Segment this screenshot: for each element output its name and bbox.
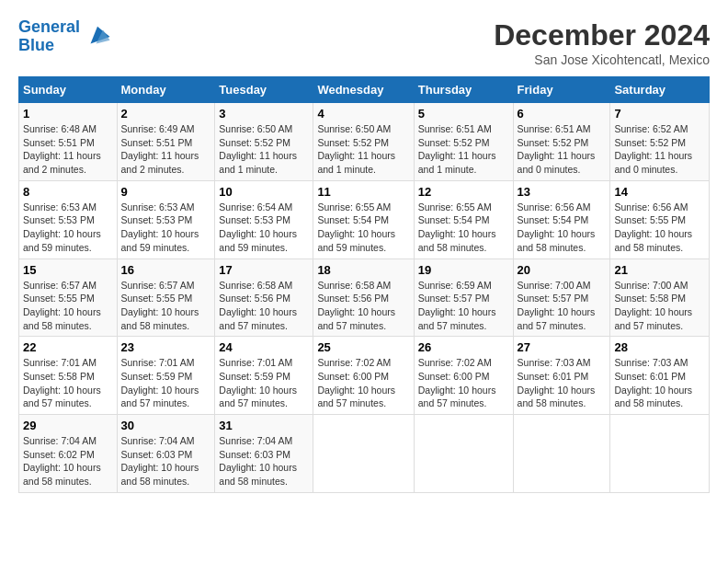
day-info: Sunrise: 6:56 AM Sunset: 5:55 PM Dayligh… [614, 201, 705, 255]
calendar-week-row: 8 Sunrise: 6:53 AM Sunset: 5:53 PM Dayli… [19, 180, 710, 259]
day-info: Sunrise: 6:59 AM Sunset: 5:57 PM Dayligh… [418, 279, 509, 333]
day-cell: 30 Sunrise: 7:04 AM Sunset: 6:03 PM Dayl… [117, 415, 215, 493]
day-number: 4 [317, 107, 409, 121]
day-cell: 13 Sunrise: 6:56 AM Sunset: 5:54 PM Dayl… [513, 180, 610, 259]
col-friday: Friday [513, 77, 610, 103]
day-number: 2 [121, 107, 211, 121]
day-cell: 23 Sunrise: 7:01 AM Sunset: 5:59 PM Dayl… [117, 337, 215, 415]
day-number: 17 [219, 263, 309, 277]
col-tuesday: Tuesday [215, 77, 313, 103]
day-cell: 18 Sunrise: 6:58 AM Sunset: 5:56 PM Dayl… [313, 259, 414, 337]
calendar-week-row: 29 Sunrise: 7:04 AM Sunset: 6:02 PM Dayl… [19, 415, 710, 493]
day-info: Sunrise: 6:56 AM Sunset: 5:54 PM Dayligh… [518, 201, 607, 255]
day-cell: 17 Sunrise: 6:58 AM Sunset: 5:56 PM Dayl… [215, 259, 313, 337]
day-info: Sunrise: 6:53 AM Sunset: 5:53 PM Dayligh… [121, 201, 211, 255]
day-info: Sunrise: 6:49 AM Sunset: 5:51 PM Dayligh… [121, 122, 211, 177]
day-info: Sunrise: 7:04 AM Sunset: 6:03 PM Dayligh… [121, 434, 211, 488]
day-number: 7 [614, 107, 705, 121]
day-cell: 15 Sunrise: 6:57 AM Sunset: 5:55 PM Dayl… [19, 259, 118, 337]
empty-cell [414, 415, 513, 493]
day-info: Sunrise: 7:00 AM Sunset: 5:58 PM Dayligh… [614, 279, 705, 333]
day-cell: 10 Sunrise: 6:54 AM Sunset: 5:53 PM Dayl… [215, 180, 313, 259]
day-number: 3 [219, 107, 309, 121]
day-cell: 7 Sunrise: 6:52 AM Sunset: 5:52 PM Dayli… [610, 103, 710, 181]
day-cell: 6 Sunrise: 6:51 AM Sunset: 5:52 PM Dayli… [513, 103, 610, 181]
day-number: 10 [219, 185, 309, 199]
day-info: Sunrise: 7:02 AM Sunset: 6:00 PM Dayligh… [418, 356, 509, 410]
day-info: Sunrise: 7:04 AM Sunset: 6:02 PM Dayligh… [23, 434, 113, 488]
col-monday: Monday [117, 77, 215, 103]
day-number: 14 [614, 185, 705, 199]
day-number: 22 [23, 340, 113, 354]
day-number: 24 [219, 340, 309, 354]
day-cell: 25 Sunrise: 7:02 AM Sunset: 6:00 PM Dayl… [313, 337, 414, 415]
day-cell: 16 Sunrise: 6:57 AM Sunset: 5:55 PM Dayl… [117, 259, 215, 337]
day-number: 19 [418, 263, 509, 277]
day-info: Sunrise: 6:55 AM Sunset: 5:54 PM Dayligh… [418, 201, 509, 255]
day-info: Sunrise: 7:03 AM Sunset: 6:01 PM Dayligh… [614, 356, 705, 410]
calendar-table: Sunday Monday Tuesday Wednesday Thursday… [18, 76, 710, 493]
day-info: Sunrise: 6:58 AM Sunset: 5:56 PM Dayligh… [317, 279, 409, 333]
day-info: Sunrise: 6:53 AM Sunset: 5:53 PM Dayligh… [23, 201, 113, 255]
day-info: Sunrise: 7:02 AM Sunset: 6:00 PM Dayligh… [317, 356, 409, 410]
col-thursday: Thursday [414, 77, 513, 103]
day-number: 13 [518, 185, 607, 199]
day-cell: 5 Sunrise: 6:51 AM Sunset: 5:52 PM Dayli… [414, 103, 513, 181]
day-number: 8 [23, 185, 113, 199]
location: San Jose Xicohtencatl, Mexico [494, 52, 710, 67]
col-sunday: Sunday [19, 77, 118, 103]
day-number: 28 [614, 340, 705, 354]
day-cell: 26 Sunrise: 7:02 AM Sunset: 6:00 PM Dayl… [414, 337, 513, 415]
day-number: 1 [23, 107, 113, 121]
day-info: Sunrise: 6:51 AM Sunset: 5:52 PM Dayligh… [418, 122, 509, 177]
day-number: 18 [317, 263, 409, 277]
empty-cell [313, 415, 414, 493]
day-cell: 29 Sunrise: 7:04 AM Sunset: 6:02 PM Dayl… [19, 415, 118, 493]
day-cell: 9 Sunrise: 6:53 AM Sunset: 5:53 PM Dayli… [117, 180, 215, 259]
day-cell: 2 Sunrise: 6:49 AM Sunset: 5:51 PM Dayli… [117, 103, 215, 181]
logo-icon [84, 23, 111, 51]
day-cell: 1 Sunrise: 6:48 AM Sunset: 5:51 PM Dayli… [19, 103, 118, 181]
day-number: 30 [121, 419, 211, 432]
day-cell: 24 Sunrise: 7:01 AM Sunset: 5:59 PM Dayl… [215, 337, 313, 415]
day-info: Sunrise: 7:01 AM Sunset: 5:58 PM Dayligh… [23, 356, 113, 410]
empty-cell [513, 415, 610, 493]
day-info: Sunrise: 6:50 AM Sunset: 5:52 PM Dayligh… [317, 122, 409, 177]
day-number: 25 [317, 340, 409, 354]
day-cell: 22 Sunrise: 7:01 AM Sunset: 5:58 PM Dayl… [19, 337, 118, 415]
day-number: 29 [23, 419, 113, 432]
calendar-week-row: 1 Sunrise: 6:48 AM Sunset: 5:51 PM Dayli… [19, 103, 710, 181]
day-info: Sunrise: 6:48 AM Sunset: 5:51 PM Dayligh… [23, 122, 113, 177]
day-info: Sunrise: 7:00 AM Sunset: 5:57 PM Dayligh… [518, 279, 607, 333]
day-cell: 11 Sunrise: 6:55 AM Sunset: 5:54 PM Dayl… [313, 180, 414, 259]
day-cell: 21 Sunrise: 7:00 AM Sunset: 5:58 PM Dayl… [610, 259, 710, 337]
col-wednesday: Wednesday [313, 77, 414, 103]
day-number: 5 [418, 107, 509, 121]
day-number: 12 [418, 185, 509, 199]
day-number: 27 [518, 340, 607, 354]
day-info: Sunrise: 6:54 AM Sunset: 5:53 PM Dayligh… [219, 201, 309, 255]
day-number: 21 [614, 263, 705, 277]
logo: GeneralBlue [18, 18, 111, 55]
day-info: Sunrise: 6:51 AM Sunset: 5:52 PM Dayligh… [518, 122, 607, 177]
day-cell: 19 Sunrise: 6:59 AM Sunset: 5:57 PM Dayl… [414, 259, 513, 337]
day-info: Sunrise: 7:01 AM Sunset: 5:59 PM Dayligh… [219, 356, 309, 410]
logo-text: GeneralBlue [18, 18, 80, 55]
calendar-header-row: Sunday Monday Tuesday Wednesday Thursday… [19, 77, 710, 103]
calendar-week-row: 22 Sunrise: 7:01 AM Sunset: 5:58 PM Dayl… [19, 337, 710, 415]
day-info: Sunrise: 6:57 AM Sunset: 5:55 PM Dayligh… [121, 279, 211, 333]
day-number: 31 [219, 419, 309, 432]
day-info: Sunrise: 6:58 AM Sunset: 5:56 PM Dayligh… [219, 279, 309, 333]
day-number: 20 [518, 263, 607, 277]
day-cell: 27 Sunrise: 7:03 AM Sunset: 6:01 PM Dayl… [513, 337, 610, 415]
title-block: December 2024 San Jose Xicohtencatl, Mex… [494, 18, 710, 67]
day-info: Sunrise: 6:52 AM Sunset: 5:52 PM Dayligh… [614, 122, 705, 177]
col-saturday: Saturday [610, 77, 710, 103]
day-cell: 28 Sunrise: 7:03 AM Sunset: 6:01 PM Dayl… [610, 337, 710, 415]
day-info: Sunrise: 7:03 AM Sunset: 6:01 PM Dayligh… [518, 356, 607, 410]
day-info: Sunrise: 7:01 AM Sunset: 5:59 PM Dayligh… [121, 356, 211, 410]
day-cell: 20 Sunrise: 7:00 AM Sunset: 5:57 PM Dayl… [513, 259, 610, 337]
day-info: Sunrise: 6:50 AM Sunset: 5:52 PM Dayligh… [219, 122, 309, 177]
day-cell: 8 Sunrise: 6:53 AM Sunset: 5:53 PM Dayli… [19, 180, 118, 259]
day-info: Sunrise: 7:04 AM Sunset: 6:03 PM Dayligh… [219, 434, 309, 488]
